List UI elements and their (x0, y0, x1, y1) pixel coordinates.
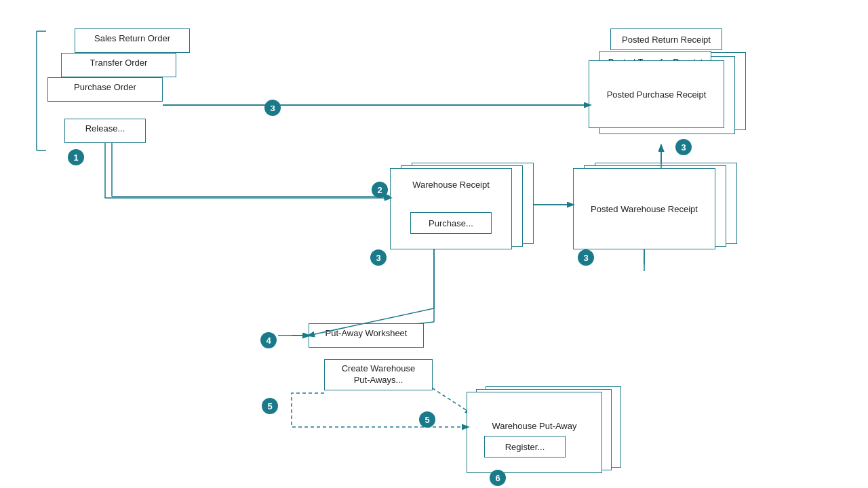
posted-return-label: Posted Return Receipt (622, 35, 711, 45)
purchase-label: Purchase... (429, 218, 473, 228)
badge-3d: 3 (578, 249, 594, 266)
badge-2: 2 (372, 182, 388, 198)
badge-5a: 5 (262, 398, 278, 414)
warehouse-put-away-label: Warehouse Put-Away (492, 421, 576, 431)
posted-purchase-label: Posted Purchase Receipt (607, 89, 707, 100)
badge-3b: 3 (675, 139, 692, 155)
badge-3c: 3 (370, 249, 387, 266)
register-label: Register... (505, 442, 545, 452)
warehouse-receipt-label: Warehouse Receipt (397, 180, 505, 190)
badge-6: 6 (490, 470, 506, 486)
badge-5b: 5 (419, 411, 435, 428)
badge-1: 1 (68, 149, 84, 165)
create-warehouse-box: Create Warehouse Put-Aways... (324, 359, 433, 390)
release-box: Release... (64, 119, 146, 143)
put-away-worksheet-box: Put-Away Worksheet (309, 323, 424, 348)
posted-warehouse-label: Posted Warehouse Receipt (591, 204, 698, 214)
sales-return-order-box: Sales Return Order (75, 28, 190, 53)
badge-4: 4 (260, 332, 277, 348)
badge-3a: 3 (264, 100, 281, 116)
transfer-order-box: Transfer Order (61, 53, 176, 77)
purchase-order-box: Purchase Order (47, 77, 163, 102)
